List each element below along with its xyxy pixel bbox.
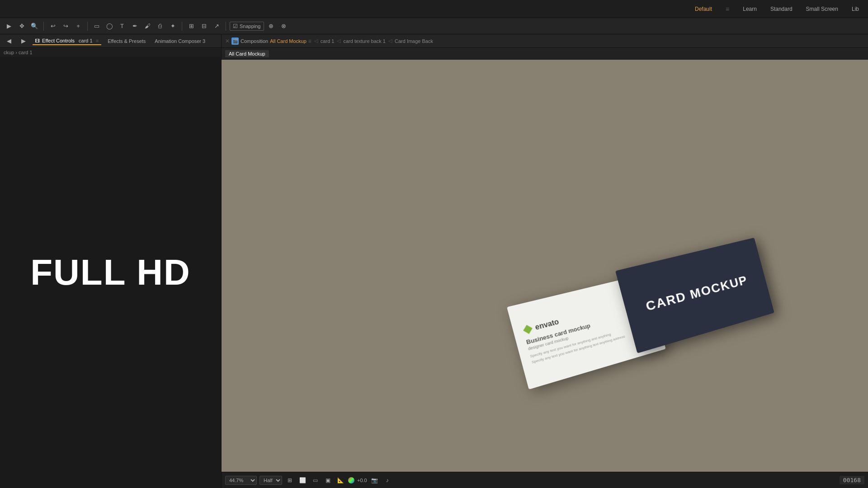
- envato-name: envato: [534, 318, 560, 332]
- tool-snap2[interactable]: ⊕: [266, 21, 277, 32]
- viewer-controls: 44.7% Half ⊞ ⬜ ▭ ▣ 📐 +0.0 📷 ♪ 00168: [222, 472, 868, 488]
- tool-redo[interactable]: ↪: [60, 21, 71, 32]
- tab-effects-presets[interactable]: Effects & Presets: [105, 38, 148, 45]
- tool-undo[interactable]: ↩: [47, 21, 58, 32]
- tool-zoom[interactable]: 🔍: [29, 21, 40, 32]
- tool-text[interactable]: T: [117, 21, 127, 32]
- view-ruler-btn[interactable]: 📐: [335, 475, 345, 485]
- menu-lib[interactable]: Lib: [852, 6, 859, 12]
- left-preview: FULL HD: [0, 57, 221, 488]
- tool-align[interactable]: ⊞: [186, 21, 197, 32]
- envato-leaf-icon: [522, 324, 534, 335]
- sep3: [182, 22, 182, 31]
- top-menu-bar: Default ≡ Learn Standard Small Screen Li…: [0, 0, 868, 18]
- left-panel: ◀ ▶ 🎞 Effect Controls card 1 ≡ Effects &…: [0, 34, 222, 488]
- snapping-checkbox[interactable]: ☑: [233, 23, 238, 29]
- tool-snap3[interactable]: ⊗: [278, 21, 289, 32]
- view-3d-btn[interactable]: ▣: [323, 475, 333, 485]
- snapping-toggle[interactable]: ☑ Snapping: [230, 22, 264, 31]
- tab-animation-composer[interactable]: Animation Composer 3: [152, 38, 208, 45]
- menu-learn[interactable]: Learn: [743, 6, 757, 12]
- menu-small-screen[interactable]: Small Screen: [806, 6, 838, 12]
- tool-puppet[interactable]: ✦: [167, 21, 178, 32]
- tool-arrow[interactable]: ↗: [211, 21, 222, 32]
- zoom-selector[interactable]: 44.7%: [225, 476, 257, 485]
- comp-tabs: All Card Mockup: [222, 48, 868, 60]
- audio-btn[interactable]: ♪: [382, 475, 392, 485]
- menu-default[interactable]: Default: [695, 6, 712, 12]
- main-layout: ◀ ▶ 🎞 Effect Controls card 1 ≡ Effects &…: [0, 34, 868, 488]
- view-mode-btn[interactable]: ▭: [310, 475, 320, 485]
- snapping-label: Snapping: [240, 23, 261, 29]
- panel-tabs: ◀ ▶ 🎞 Effect Controls card 1 ≡ Effects &…: [0, 34, 221, 48]
- viewer: envato Business card mockup designer car…: [222, 60, 868, 472]
- breadcrumb: ckup › card 1: [0, 48, 221, 57]
- tool-clone[interactable]: ⎙: [155, 21, 165, 32]
- tool-brush[interactable]: 🖌: [142, 21, 153, 32]
- tool-pen[interactable]: ✒: [129, 21, 140, 32]
- comp-breadcrumb-1: card 1: [321, 38, 335, 44]
- tool-select[interactable]: ▶: [4, 21, 14, 32]
- comp-title: All Card Mockup: [270, 38, 307, 44]
- tool-add[interactable]: +: [73, 21, 84, 32]
- comp-header: ✕ 🎬 Composition All Card Mockup ≡ ◁ card…: [222, 34, 868, 48]
- color-indicator: [348, 477, 354, 483]
- comp-tab-all[interactable]: All Card Mockup: [225, 50, 269, 57]
- tool-ellipse[interactable]: ◯: [104, 21, 115, 32]
- card-mockup-text: CARD MOCKUP: [644, 273, 749, 314]
- comp-breadcrumb-2: card texture back 1: [343, 38, 386, 44]
- snapshot-btn[interactable]: 📷: [370, 475, 380, 485]
- sep2: [87, 22, 88, 31]
- view-alpha-btn[interactable]: ⬜: [297, 475, 307, 485]
- menu-standard[interactable]: Standard: [770, 6, 793, 12]
- tool-align2[interactable]: ⊟: [198, 21, 209, 32]
- tab-effect-controls[interactable]: 🎞 Effect Controls card 1 ≡: [33, 37, 101, 45]
- view-region-btn[interactable]: ⊞: [285, 475, 295, 485]
- comp-breadcrumb-3: Card Image Back: [395, 38, 433, 44]
- quality-selector[interactable]: Half: [259, 476, 282, 485]
- card-dark: CARD MOCKUP: [615, 238, 774, 353]
- sep1: [43, 22, 44, 31]
- panel-expand[interactable]: ▶: [18, 36, 29, 47]
- color-adjust: +0.0: [357, 478, 367, 483]
- tool-hand[interactable]: ✥: [16, 21, 27, 32]
- tool-rect[interactable]: ▭: [91, 21, 102, 32]
- comp-icon: 🎬: [231, 38, 239, 45]
- timecode-display: 00168: [840, 476, 864, 484]
- right-panel: ✕ 🎬 Composition All Card Mockup ≡ ◁ card…: [222, 34, 868, 488]
- toolbar: ▶ ✥ 🔍 ↩ ↪ + ▭ ◯ T ✒ 🖌 ⎙ ✦ ⊞ ⊟ ↗ ☑ Snappi…: [0, 18, 868, 34]
- panel-collapse[interactable]: ◀: [4, 36, 14, 47]
- full-hd-label: FULL HD: [30, 252, 191, 293]
- sep4: [226, 22, 226, 31]
